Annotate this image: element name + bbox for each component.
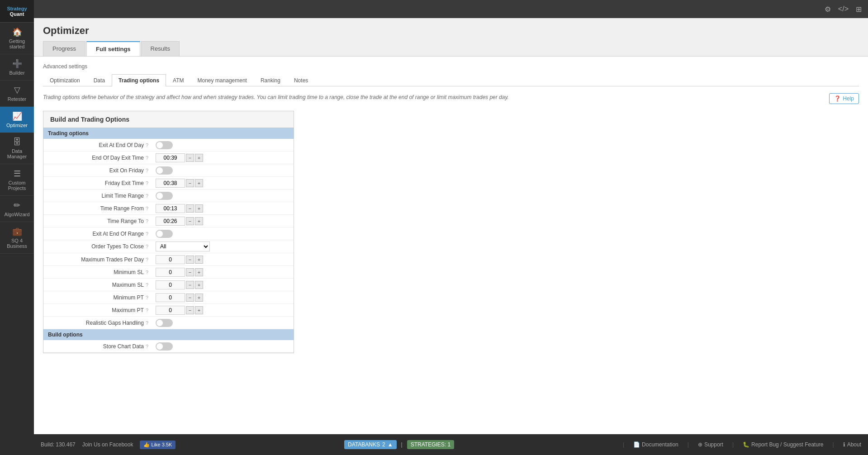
help-icon[interactable]: ?: [146, 142, 148, 148]
data-manager-icon: 🗄: [13, 137, 21, 147]
description-row: Trading options define behavior of the s…: [43, 93, 859, 104]
help-icon[interactable]: ?: [146, 270, 148, 275]
option-row-time-range-from: Time Range From ? − +: [43, 202, 294, 215]
sub-tab-notes[interactable]: Notes: [287, 74, 315, 86]
time-control: − +: [156, 204, 203, 213]
help-button[interactable]: ❓ Help: [829, 93, 859, 104]
help-circle-icon: ❓: [834, 95, 841, 102]
sub-tab-money-management[interactable]: Money management: [191, 74, 254, 86]
main-content: ⚙ </> ⊞ Optimizer Progress Full settings…: [34, 0, 868, 455]
option-row-limit-time-range: Limit Time Range ?: [43, 190, 294, 202]
option-label: Minimum SL ?: [43, 267, 152, 277]
decrement-button[interactable]: −: [186, 154, 194, 162]
increment-button[interactable]: +: [195, 268, 203, 276]
maximum-pt-input[interactable]: [156, 306, 185, 315]
optimizer-icon: 📈: [12, 111, 22, 121]
decrement-button[interactable]: −: [186, 294, 194, 302]
maximum-sl-input[interactable]: [156, 280, 185, 289]
documentation-link[interactable]: 📄 Documentation: [633, 441, 678, 448]
increment-button[interactable]: +: [195, 154, 203, 162]
decrement-button[interactable]: −: [186, 204, 194, 213]
sub-tab-trading-options[interactable]: Trading options: [112, 74, 166, 86]
tab-full-settings[interactable]: Full settings: [86, 41, 140, 56]
top-bar: ⚙ </> ⊞: [34, 0, 868, 18]
option-label: Minimum PT ?: [43, 293, 152, 303]
option-control: − +: [152, 177, 294, 189]
increment-button[interactable]: +: [195, 294, 203, 302]
about-link[interactable]: ℹ About: [843, 441, 861, 448]
help-icon[interactable]: ?: [146, 231, 148, 237]
increment-button[interactable]: +: [195, 179, 203, 187]
sidebar-item-sq4-business[interactable]: 💼 SQ 4 Business: [0, 222, 34, 254]
report-bug-link[interactable]: 🐛 Report Bug / Suggest Feature: [743, 441, 823, 448]
increment-button[interactable]: +: [195, 256, 203, 264]
decrement-button[interactable]: −: [186, 268, 194, 276]
retester-icon: ▽: [14, 85, 20, 95]
sidebar-item-retester[interactable]: ▽ Retester: [0, 81, 34, 107]
help-icon[interactable]: ?: [146, 308, 148, 313]
main-tab-bar: Progress Full settings Results: [43, 41, 859, 56]
help-icon[interactable]: ?: [146, 168, 148, 173]
time-range-from-input[interactable]: [156, 204, 185, 213]
time-control: − +: [156, 179, 203, 188]
sub-tab-ranking[interactable]: Ranking: [254, 74, 287, 86]
option-control: − +: [152, 292, 294, 303]
increment-button[interactable]: +: [195, 306, 203, 314]
tab-results[interactable]: Results: [141, 41, 180, 56]
sub-tab-optimization[interactable]: Optimization: [43, 74, 87, 86]
like-button[interactable]: 👍 Like 3.5K: [140, 441, 175, 449]
sidebar-item-data-manager[interactable]: 🗄 Data Manager: [0, 133, 34, 164]
tab-progress[interactable]: Progress: [43, 41, 85, 56]
friday-exit-time-input[interactable]: [156, 179, 185, 188]
sidebar-item-algo-wizard[interactable]: ✏ AlgoWizard: [0, 196, 34, 222]
help-icon[interactable]: ?: [146, 193, 148, 199]
sub-tab-atm[interactable]: ATM: [166, 74, 190, 86]
info-icon: ℹ: [843, 441, 845, 448]
decrement-button[interactable]: −: [186, 217, 194, 225]
help-icon[interactable]: ?: [146, 257, 148, 262]
gear-icon[interactable]: ⚙: [823, 3, 833, 15]
help-icon[interactable]: ?: [146, 320, 148, 326]
sub-tab-data[interactable]: Data: [87, 74, 112, 86]
decrement-button[interactable]: −: [186, 306, 194, 314]
databanks-badge: DATABANKS 2 ▲: [344, 440, 396, 449]
increment-button[interactable]: +: [195, 204, 203, 213]
time-range-to-input[interactable]: [156, 217, 185, 226]
order-types-select[interactable]: All Market Limit Stop: [156, 242, 210, 251]
option-row-exit-at-end-of-day: Exit At End Of Day ?: [43, 139, 294, 152]
increment-button[interactable]: +: [195, 217, 203, 225]
help-icon[interactable]: ?: [146, 180, 148, 186]
help-icon[interactable]: ?: [146, 244, 148, 249]
option-row-realistic-gaps-handling: Realistic Gaps Handling ?: [43, 317, 294, 329]
decrement-button[interactable]: −: [186, 256, 194, 264]
store-chart-data-toggle[interactable]: [156, 342, 173, 351]
code-icon[interactable]: </>: [836, 3, 850, 15]
limit-time-range-toggle[interactable]: [156, 192, 173, 200]
sidebar-item-optimizer[interactable]: 📈 Optimizer: [0, 107, 34, 133]
exit-on-friday-toggle[interactable]: [156, 166, 173, 175]
help-icon[interactable]: ?: [146, 206, 148, 211]
support-link[interactable]: ⊕ Support: [698, 441, 723, 448]
help-icon[interactable]: ?: [146, 344, 148, 349]
help-icon[interactable]: ?: [146, 282, 148, 288]
help-icon[interactable]: ?: [146, 218, 148, 224]
sidebar-item-builder[interactable]: ➕ Builder: [0, 54, 34, 81]
help-icon[interactable]: ?: [146, 295, 148, 300]
grid-icon[interactable]: ⊞: [854, 3, 863, 15]
max-trades-per-day-input[interactable]: [156, 255, 185, 264]
minimum-pt-input[interactable]: [156, 293, 185, 302]
trading-options-section-header: Trading options: [43, 128, 294, 139]
exit-at-end-of-day-toggle[interactable]: [156, 141, 173, 149]
sidebar-item-getting-started[interactable]: 🏠 Getting started: [0, 23, 34, 54]
realistic-gaps-handling-toggle[interactable]: [156, 319, 173, 327]
help-icon[interactable]: ?: [146, 155, 148, 161]
sidebar-item-custom-projects[interactable]: ☰ Custom Projects: [0, 164, 34, 196]
increment-button[interactable]: +: [195, 281, 203, 289]
sq4-business-icon: 💼: [12, 227, 22, 237]
number-control: − +: [156, 268, 203, 277]
decrement-button[interactable]: −: [186, 281, 194, 289]
exit-at-end-of-range-toggle[interactable]: [156, 230, 173, 238]
decrement-button[interactable]: −: [186, 179, 194, 187]
end-of-day-exit-time-input[interactable]: [156, 153, 185, 162]
minimum-sl-input[interactable]: [156, 268, 185, 277]
